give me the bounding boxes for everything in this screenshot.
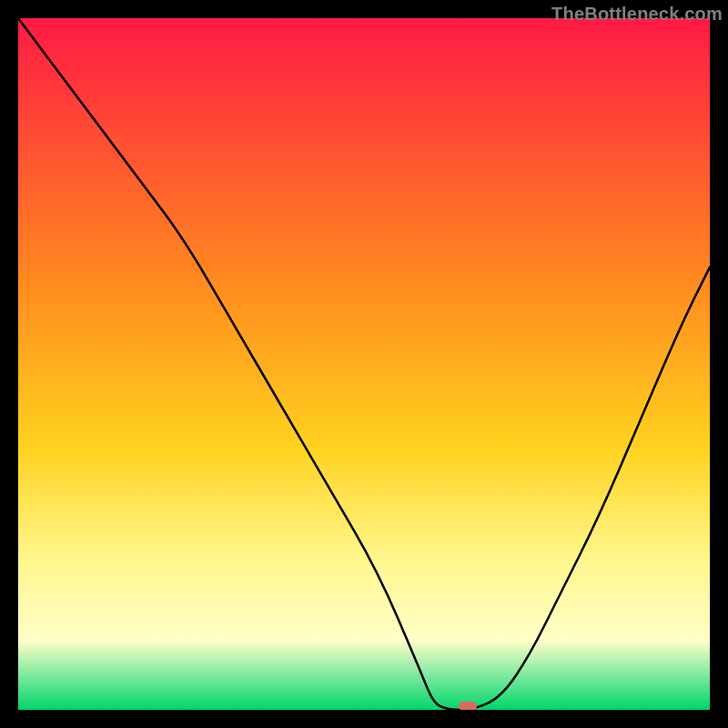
watermark-label: TheBottleneck.com	[551, 4, 723, 25]
bottleneck-curve	[18, 18, 710, 710]
plot-area	[18, 18, 710, 710]
chart-stage: TheBottleneck.com	[0, 0, 728, 728]
optimal-marker	[459, 702, 477, 710]
